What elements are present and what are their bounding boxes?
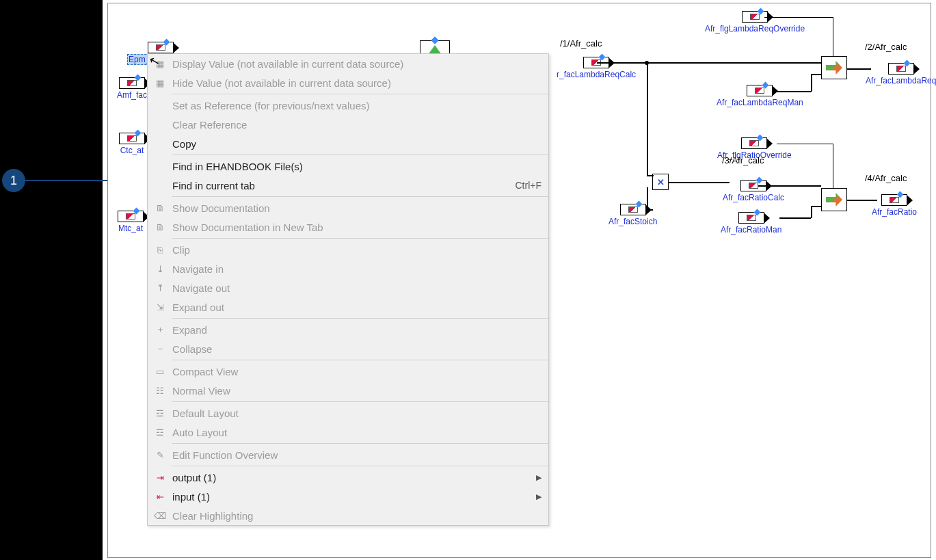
signal-mtc-at[interactable]: Mtc_at [118,211,144,233]
wire [764,17,833,18]
menu-find-current-tab[interactable]: Find in current tab Ctrl+F [148,176,548,195]
menu-hide-value: ▦ Hide Value (not available in current d… [148,73,548,92]
default-layout-icon: ☲ [148,408,172,418]
signal-amf-fac[interactable]: Amf_fac [117,77,147,100]
collapse-icon: － [148,343,172,355]
wire [833,144,833,188]
wire [847,68,871,70]
wire [758,185,821,187]
signal-label: Afr_facLambdaReqMan [717,98,803,107]
wire [668,182,730,183]
signal-r-faclambda-calc[interactable]: r_facLambdaReqCalc [557,57,636,79]
signal-afr-facratio-man[interactable]: Afr_facRatioMan [721,212,781,235]
signal-label: Afr_flgLambdaReqOverride [705,24,805,34]
signal-afr-facratio[interactable]: Afr_facRatio [872,194,917,217]
menu-output[interactable]: ⇥ output (1) ▶ [148,468,548,487]
signal-label: Afr_facLambdaReq [866,76,936,85]
navigate-out-icon: ⤒ [148,283,172,293]
clear-highlight-icon: ⌫ [148,511,172,521]
wire [811,206,821,207]
signal-label: Afr_facRatioMan [721,225,781,235]
output-icon: ⇥ [148,472,172,483]
menu-show-doc-new: 🗎 Show Documentation in New Tab [148,217,548,237]
wire [647,187,648,211]
switch-block-ratio[interactable] [821,188,847,211]
menu-default-layout: ☲ Default Layout [148,403,548,423]
switch-block-lambda[interactable] [821,56,847,79]
menu-normal-view: ☷ Normal View [148,381,548,400]
context-menu: ▦ Display Value (not available in curren… [147,53,549,526]
multiply-icon: ✕ [657,177,665,187]
signal-afr-facratio-calc[interactable]: Afr_facRatioCalc [723,180,784,202]
menu-collapse: － Collapse [148,339,548,358]
wire [811,74,812,92]
signal-label: Mtc_at [118,224,143,233]
wire [647,175,654,176]
signal-label: Afr_facRatio [872,207,917,217]
signal-label: Amf_fac [117,90,147,100]
callout-badge-1: 1 [2,169,25,192]
signal-afr-facstoich[interactable]: Afr_facStoich [609,204,657,226]
hide-value-icon: ▦ [148,78,172,88]
calc-label-4: /4/Afr_calc [865,173,907,183]
submenu-arrow-icon: ▶ [536,473,541,482]
clip-icon: ⎘ [148,245,172,255]
menu-navigate-in: ⤓ Navigate in [148,259,548,278]
navigate-in-icon: ⤓ [148,264,172,274]
wire [811,206,812,218]
menu-find-ehandbook[interactable]: Find in EHANDBOOK File(s) [148,157,548,176]
document-icon: 🗎 [148,203,172,213]
auto-layout-icon: ☲ [148,427,172,438]
menu-expand-out: ⇲ Expand out [148,297,548,317]
expand-out-icon: ⇲ [148,302,172,312]
menu-edit-overview: ✎ Edit Function Overview [148,445,548,464]
menu-clip: ⎘ Clip [148,240,548,259]
wire [779,217,811,219]
menu-shortcut: Ctrl+F [516,180,542,191]
menu-input[interactable]: ⇤ input (1) ▶ [148,487,548,506]
wire [597,62,821,64]
wire [833,17,833,56]
submenu-arrow-icon: ▶ [536,492,541,501]
wire [777,91,811,92]
pencil-icon: ✎ [148,450,172,460]
left-black-margin [0,0,103,560]
signal-afr-flglambda-override[interactable]: Afr_flgLambdaReqOverride [705,11,805,34]
menu-display-value: ▦ Display Value (not available in curren… [148,54,548,73]
menu-set-reference: Set as Reference (for previous/next valu… [148,96,548,115]
multiply-block[interactable]: ✕ [652,174,669,190]
menu-clear-reference: Clear Reference [148,115,548,134]
menu-show-doc: 🗎 Show Documentation [148,198,548,217]
menu-copy[interactable]: Copy [148,134,548,153]
wire [647,62,648,175]
signal-label: Ctc_at [120,146,144,155]
expand-icon: ＋ [148,323,172,336]
input-icon: ⇤ [148,492,172,502]
signal-label: Afr_facRatioCalc [723,193,784,202]
signal-label: Afr_facStoich [609,217,657,226]
compact-view-icon: ▭ [148,366,172,377]
menu-expand: ＋ Expand [148,320,548,339]
wire [811,74,821,75]
signal-label: r_facLambdaReqCalc [557,70,636,79]
document-icon: 🗎 [148,222,172,232]
calc-label-3: /3/Afr_calc [722,155,764,165]
wire [847,200,877,201]
signal-afr-faclambda-man[interactable]: Afr_facLambdaReqMan [717,85,803,107]
calc-label-2: /2/Afr_calc [865,42,907,52]
signal-afr-faclambda-req[interactable]: Afr_facLambdaReq [866,63,936,85]
normal-view-icon: ☷ [148,386,172,396]
calc-label-1: /1/Afr_calc [560,38,602,49]
menu-compact-view: ▭ Compact View [148,362,548,381]
menu-auto-layout: ☲ Auto Layout [148,423,548,442]
signal-ctc-at[interactable]: Ctc_at [119,133,145,155]
menu-navigate-out: ⤒ Navigate out [148,278,548,297]
wire [777,144,833,144]
menu-clear-highlighting: ⌫ Clear Highlighting [148,506,548,525]
